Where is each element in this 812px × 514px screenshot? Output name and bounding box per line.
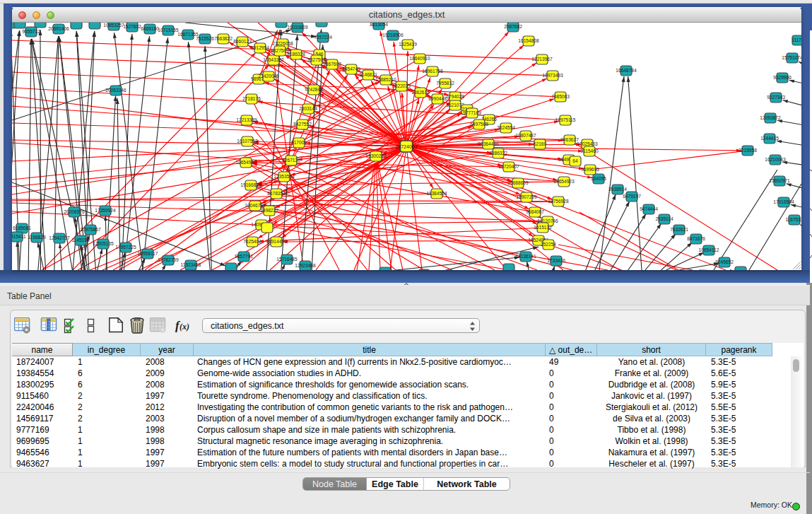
svg-text:16782759: 16782759 <box>158 257 179 262</box>
svg-text:16210043: 16210043 <box>765 157 786 162</box>
svg-text:9684067: 9684067 <box>526 209 544 214</box>
svg-text:9055712: 9055712 <box>22 29 40 34</box>
svg-text:10046786: 10046786 <box>245 203 266 208</box>
svg-text:11172: 11172 <box>792 37 801 42</box>
svg-text:15885210: 15885210 <box>375 77 396 82</box>
svg-text:2087682: 2087682 <box>504 24 522 29</box>
svg-text:19756928: 19756928 <box>548 199 569 204</box>
svg-text:12975115: 12975115 <box>555 117 576 122</box>
svg-text:7515526: 7515526 <box>196 36 214 41</box>
svg-text:1145194: 1145194 <box>71 238 90 243</box>
svg-text:9777169: 9777169 <box>463 110 481 115</box>
svg-text:64: 64 <box>572 158 578 163</box>
svg-text:15716485: 15716485 <box>276 257 298 262</box>
svg-text:9463627: 9463627 <box>560 137 579 142</box>
svg-text:62160: 62160 <box>534 141 547 146</box>
svg-text:1362615: 1362615 <box>411 90 430 95</box>
svg-text:12213967: 12213967 <box>531 57 553 62</box>
svg-text:17957225: 17957225 <box>115 245 136 250</box>
svg-text:1325419: 1325419 <box>399 42 417 47</box>
svg-text:8678352: 8678352 <box>267 191 286 196</box>
svg-text:7485063: 7485063 <box>551 94 570 99</box>
svg-text:12942737: 12942737 <box>49 235 70 240</box>
svg-text:6185061: 6185061 <box>13 226 31 230</box>
svg-text:10688609: 10688609 <box>507 180 529 185</box>
svg-text:6497568: 6497568 <box>470 122 488 127</box>
svg-text:7357224: 7357224 <box>314 35 332 40</box>
svg-text:14136141: 14136141 <box>515 254 536 259</box>
svg-text:16154808: 16154808 <box>518 38 539 43</box>
svg-text:12923468: 12923468 <box>295 263 316 268</box>
svg-text:10025433: 10025433 <box>577 141 598 146</box>
svg-text:3624554: 3624554 <box>497 125 515 130</box>
svg-text:10654112: 10654112 <box>699 247 719 252</box>
svg-text:9857791: 9857791 <box>235 254 253 259</box>
svg-text:2935114: 2935114 <box>655 216 673 221</box>
svg-text:7386322: 7386322 <box>489 151 507 156</box>
svg-text:12353594: 12353594 <box>273 174 295 179</box>
svg-text:10719155: 10719155 <box>158 28 179 33</box>
svg-text:20364436: 20364436 <box>478 141 499 146</box>
svg-text:8660123: 8660123 <box>233 39 252 44</box>
svg-text:12093872: 12093872 <box>760 115 781 120</box>
svg-text:1156829: 1156829 <box>28 235 46 240</box>
svg-text:6794028: 6794028 <box>446 94 464 99</box>
svg-text:9242848: 9242848 <box>305 87 323 92</box>
svg-text:(x): (x) <box>180 322 189 332</box>
svg-text:11923468: 11923468 <box>181 262 201 267</box>
svg-text:19166825: 19166825 <box>240 182 261 187</box>
svg-text:8912954: 8912954 <box>251 45 269 50</box>
svg-text:16107553: 16107553 <box>237 139 258 144</box>
svg-text:19654923: 19654923 <box>553 179 575 184</box>
svg-text:7625402: 7625402 <box>243 239 261 244</box>
svg-text:20691406: 20691406 <box>48 26 69 31</box>
svg-text:3498222: 3498222 <box>260 208 278 213</box>
svg-text:23420046: 23420046 <box>258 74 279 78</box>
svg-text:12213389: 12213389 <box>236 117 257 122</box>
svg-text:18640910: 18640910 <box>409 56 430 61</box>
svg-text:10973493: 10973493 <box>542 73 563 78</box>
svg-text:9329966: 9329966 <box>773 75 792 80</box>
svg-text:817006: 817006 <box>291 140 307 145</box>
svg-text:8813054: 8813054 <box>370 23 388 27</box>
svg-text:2803144: 2803144 <box>299 106 317 111</box>
svg-text:8938914: 8938914 <box>608 187 627 192</box>
svg-text:8267130: 8267130 <box>282 158 300 163</box>
svg-text:6466160: 6466160 <box>141 26 159 31</box>
svg-text:9146821: 9146821 <box>359 72 377 77</box>
svg-text:11384554: 11384554 <box>427 191 447 196</box>
svg-text:9474444: 9474444 <box>640 206 658 211</box>
svg-text:9699695: 9699695 <box>581 167 599 172</box>
svg-text:18724007: 18724007 <box>395 144 417 149</box>
svg-text:7663822: 7663822 <box>214 36 233 41</box>
svg-text:9245652: 9245652 <box>715 259 734 264</box>
svg-text:1615132: 1615132 <box>534 225 552 230</box>
svg-text:1244415: 1244415 <box>760 136 779 141</box>
svg-text:12505135: 12505135 <box>93 241 114 246</box>
svg-text:8454749: 8454749 <box>342 66 360 71</box>
svg-text:20206576: 20206576 <box>64 209 85 214</box>
svg-text:164095: 164095 <box>591 176 606 181</box>
svg-text:1527602: 1527602 <box>123 24 141 29</box>
svg-text:16914479: 16914479 <box>266 239 287 244</box>
svg-text:15720407: 15720407 <box>498 164 519 169</box>
svg-text:10543382: 10543382 <box>263 57 284 62</box>
svg-text:8471676: 8471676 <box>687 236 705 241</box>
svg-text:16961758: 16961758 <box>422 69 443 74</box>
svg-text:23226058: 23226058 <box>272 41 293 46</box>
svg-text:8186328: 8186328 <box>287 52 305 57</box>
svg-text:16033809: 16033809 <box>287 25 308 30</box>
svg-text:8990448: 8990448 <box>428 96 447 101</box>
svg-text:17016504: 17016504 <box>773 199 794 204</box>
svg-text:10958117: 10958117 <box>138 251 158 256</box>
svg-text:19218906: 19218906 <box>382 33 404 37</box>
svg-text:10654983: 10654983 <box>235 160 257 165</box>
svg-text:9227343: 9227343 <box>767 95 785 100</box>
svg-text:20053346: 20053346 <box>105 88 126 93</box>
svg-text:1167533: 1167533 <box>785 217 801 222</box>
svg-text:7955812: 7955812 <box>436 81 454 86</box>
svg-text:252254: 252254 <box>541 242 556 247</box>
svg-text:15692971: 15692971 <box>769 178 790 183</box>
svg-text:3215958: 3215958 <box>739 148 757 153</box>
svg-text:17359924: 17359924 <box>95 208 116 213</box>
